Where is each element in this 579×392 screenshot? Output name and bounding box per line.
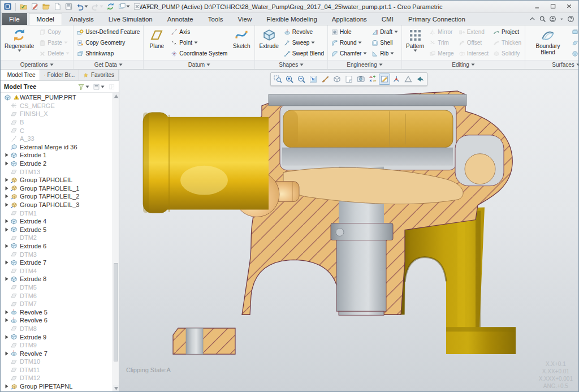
expand-icon[interactable] <box>3 194 10 199</box>
expand-icon[interactable] <box>3 178 10 182</box>
tree-item-dtm9[interactable]: DTM9 <box>1 341 113 350</box>
expand-icon[interactable] <box>3 244 10 248</box>
expand-icon[interactable] <box>3 310 10 315</box>
tree-item-dtm11[interactable]: DTM11 <box>1 366 113 374</box>
expand-icon[interactable] <box>3 219 10 223</box>
tab-tools[interactable]: Tools <box>201 13 231 25</box>
tree-item-dtm2[interactable]: DTM2 <box>1 234 113 242</box>
tree-item-dtm7[interactable]: DTM7 <box>1 300 113 308</box>
new-button[interactable] <box>52 2 63 12</box>
rib-button[interactable]: Rib <box>370 48 400 59</box>
group-label-datum[interactable]: Datum <box>144 60 254 69</box>
revolve-button[interactable]: Revolve <box>282 27 326 37</box>
select-working-directory-button[interactable] <box>18 2 29 12</box>
group-label-engineering[interactable]: Engineering <box>328 60 401 69</box>
refit-button[interactable] <box>308 74 319 85</box>
collapse-ribbon-button[interactable] <box>529 15 536 23</box>
regenerate-quick-button[interactable] <box>105 2 116 12</box>
tree-item-extrude-5[interactable]: Extrude 5 <box>1 226 113 234</box>
account-button[interactable] <box>549 15 556 23</box>
hole-button[interactable]: Hole <box>330 27 369 37</box>
zoom-in-button[interactable] <box>284 74 295 85</box>
plane-button[interactable]: Plane <box>145 27 168 49</box>
tree-scrollbar-thumb[interactable] <box>114 263 118 361</box>
tree-item-extrude-2[interactable]: Extrude 2 <box>1 160 113 168</box>
customize-toolbar-button[interactable] <box>143 2 158 12</box>
panel-tab-folder-br[interactable]: Folder Br... <box>40 70 80 80</box>
saved-orientations-button[interactable] <box>355 74 366 85</box>
open-button[interactable] <box>41 2 51 12</box>
close-button[interactable] <box>561 2 577 11</box>
boundary-blend-button[interactable]: Boundary Blend <box>527 27 569 55</box>
tree-item-dtm4[interactable]: DTM4 <box>1 266 113 275</box>
tab-annotate[interactable]: Annotate <box>160 13 201 25</box>
tree-item-dtm13[interactable]: DTM13 <box>1 167 113 176</box>
zoom-out-button[interactable] <box>296 74 307 85</box>
group-label-get-data[interactable]: Get Data <box>74 60 143 69</box>
expand-icon[interactable] <box>3 227 10 232</box>
expand-icon[interactable] <box>3 186 10 191</box>
tree-item-revolve-6[interactable]: Revolve 6 <box>1 316 113 325</box>
panel-tab-favorites[interactable]: Favorites <box>79 70 119 80</box>
spin-center-button[interactable] <box>391 74 402 85</box>
tree-item-dtm3[interactable]: DTM3 <box>1 250 113 259</box>
tree-item-extrude-7[interactable]: Extrude 7 <box>1 259 113 267</box>
regenerate-button[interactable]: Regenerate <box>2 27 36 52</box>
tree-item-water-pump-prt[interactable]: WATER_PUMP.PRT <box>1 93 113 102</box>
event-manager-button[interactable] <box>29 2 40 12</box>
close-window-button[interactable] <box>132 2 142 12</box>
tab-file[interactable]: File <box>2 13 27 25</box>
tree-item-finish-x[interactable]: FINISH_X <box>1 110 113 118</box>
expand-icon[interactable] <box>3 277 10 281</box>
tree-item-group-tapholeil-1[interactable]: Group TAPHOLEIL_1 <box>1 184 113 193</box>
tree-item-group-pipetapnl[interactable]: Group PIPETAPNL <box>1 382 113 391</box>
annotation-display-button[interactable] <box>379 74 390 85</box>
scroll-down-icon[interactable] <box>113 385 119 391</box>
extrude-button[interactable]: Extrude <box>257 27 280 49</box>
tree-item-b[interactable]: B <box>1 118 113 127</box>
copy-geometry-button[interactable]: Copy Geometry <box>75 37 141 48</box>
sweep-button[interactable]: Sweep <box>282 37 326 48</box>
search-button[interactable] <box>539 15 546 23</box>
style-button[interactable]: Style <box>570 37 578 48</box>
app-button[interactable] <box>2 2 13 12</box>
tree-item-revolve-5[interactable]: Revolve 5 <box>1 308 113 316</box>
point-button[interactable]: Point <box>169 37 229 48</box>
tree-item-extrude-4[interactable]: Extrude 4 <box>1 217 113 226</box>
group-label-operations[interactable]: Operations <box>1 60 73 69</box>
group-label-shapes[interactable]: Shapes <box>255 60 327 69</box>
group-label-surfaces[interactable]: Surfaces <box>525 60 578 69</box>
user-defined-feature-button[interactable]: User-Defined Feature <box>75 27 141 37</box>
expand-icon[interactable] <box>3 153 10 157</box>
tree-item-extrude-9[interactable]: Extrude 9 <box>1 333 113 341</box>
tab-model[interactable]: Model <box>29 13 62 25</box>
tab-cmi[interactable]: CMI <box>374 13 401 25</box>
axis-button[interactable]: Axis <box>169 27 229 37</box>
display-style-button[interactable] <box>331 74 343 85</box>
expand-icon[interactable] <box>3 384 10 389</box>
tree-item-revolve-7[interactable]: Revolve 7 <box>1 349 113 357</box>
repaint-button[interactable] <box>319 74 331 85</box>
expand-icon[interactable] <box>3 260 10 265</box>
expand-icon[interactable] <box>3 161 10 166</box>
round-button[interactable]: Round <box>330 37 369 48</box>
datum-display-filters-button[interactable] <box>367 74 378 85</box>
tab-analysis[interactable]: Analysis <box>62 13 101 25</box>
analysis-display-button[interactable] <box>403 74 414 85</box>
tree-item-external-merge-id-36[interactable]: External Merge id 36 <box>1 143 113 152</box>
swept-blend-button[interactable]: Swept Blend <box>282 48 326 59</box>
pattern-button[interactable]: Pattern <box>404 27 426 52</box>
tree-item-dtm6[interactable]: DTM6 <box>1 291 113 300</box>
help-button[interactable] <box>567 15 574 23</box>
expand-icon[interactable] <box>3 335 10 339</box>
tree-item-group-tapholeil-3[interactable]: Group TAPHOLEIL_3 <box>1 201 113 209</box>
tree-filter-button[interactable] <box>77 83 89 91</box>
shrinkwrap-button[interactable]: Shrinkwrap <box>75 48 141 59</box>
tree-item-a-33[interactable]: A_33 <box>1 135 113 143</box>
expand-icon[interactable] <box>3 318 10 322</box>
tree-scrollbar[interactable] <box>113 93 119 391</box>
panel-tab-model-tree[interactable]: Model Tree <box>1 70 40 80</box>
tree-item-dtm1[interactable]: DTM1 <box>1 209 113 217</box>
expand-icon[interactable] <box>3 351 10 356</box>
group-label-editing[interactable]: Editing <box>402 60 525 69</box>
